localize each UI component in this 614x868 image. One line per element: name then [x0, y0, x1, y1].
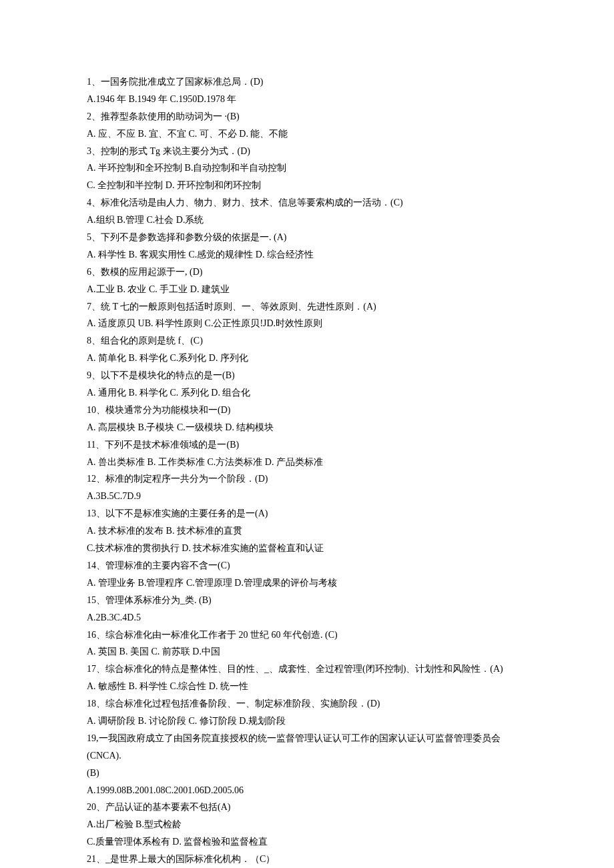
text-line: 4、标准化活动是由人力、物力、财力、技术、信息等要索构成的一活动．(C)	[87, 194, 527, 211]
text-line: 12、标准的制定程序一共分为一个阶段．(D)	[87, 470, 527, 488]
text-line: 14、管理标准的主要内容不含一(C)	[87, 557, 527, 574]
text-line: A. 适度原贝 UB. 科学性原则 C.公正性原贝!JD.时效性原则	[87, 315, 527, 332]
text-line: 19,一我国政府成立了由国务院直接授权的统一监督管理认证认可工作的国家认证认可监…	[87, 730, 527, 765]
text-line: A.1946 年 B.1949 年 C.1950D.1978 年	[87, 91, 527, 108]
text-line: C. 全控制和半控制 D. 开环控制和闭环控制	[87, 177, 527, 194]
text-line: 11、下列不是技术标准领域的是一(B)	[87, 436, 527, 454]
text-line: A. 通用化 B. 科学化 C. 系列化 D. 组合化	[87, 384, 527, 402]
text-line: A.工业 B. 农业 C. 手工业 D. 建筑业	[87, 281, 527, 298]
text-line: 9、以下不是模块化的特点的是一(B)	[87, 367, 527, 384]
text-line: (B)	[87, 765, 527, 782]
text-line: A. 科学性 B. 客观实用性 C.感觉的规律性 D. 综合经济性	[87, 246, 527, 264]
text-line: A. 简单化 B. 科学化 C.系列化 D. 序列化	[87, 350, 527, 367]
text-line: A. 兽出类标准 B. 工作类标准 C.方法类标准 D. 产品类标准	[87, 454, 527, 471]
text-line: A. 调研阶段 B. 讨论阶段 C. 修订阶段 D.规划阶段	[87, 713, 527, 730]
text-line: 7、统 T 七的一般原则包括适时原则、一、等效原则、先进性原则．(A)	[87, 298, 527, 316]
text-line: 13、以下不是标准实施的主要任务的是一(A)	[87, 505, 527, 522]
text-line: A. 敏感性 B. 科学性 C.综合性 D. 统一性	[87, 678, 527, 695]
text-line: A.出厂检验 B.型式检龄	[87, 816, 527, 833]
text-line: 2、推荐型条款使用的助动词为一 ·(B)	[87, 108, 527, 125]
text-line: 18、综合标准化过程包括准备阶段、一、制定标准阶段、实施阶段．(D)	[87, 695, 527, 713]
text-line: A. 高层模块 B.子模块 C.一级模块 D. 结构模块	[87, 419, 527, 436]
text-line: 17、综合标准化的特点是整体性、目的性、_、成套性、全过程管理(闭环控制)、计划…	[87, 661, 527, 678]
text-line: A. 应、不应 B. 宜、不宜 C. 可、不必 D. 能、不能	[87, 125, 527, 143]
text-line: 1、一国务院批准成立了国家标准总局．(D)	[87, 73, 527, 91]
text-line: A.1999.08B.2001.08C.2001.06D.2005.06	[87, 782, 527, 799]
text-line: A.2B.3C.4D.5	[87, 609, 527, 626]
text-line: 15、管理体系标准分为_类. (B)	[87, 592, 527, 609]
text-line: 8、组合化的原则是统 f、(C)	[87, 332, 527, 350]
text-line: A.3B.5C.7D.9	[87, 488, 527, 505]
text-line: A. 管理业务 B.管理程序 C.管理原理 D.管理成果的评价与考核	[87, 574, 527, 592]
text-line: 16、综合标准化由一标准化工作者于 20 世纪 60 年代创造. (C)	[87, 626, 527, 644]
document-page: 1、一国务院批准成立了国家标准总局．(D) A.1946 年 B.1949 年 …	[0, 0, 614, 868]
text-line: C.质量管理体系检有 D. 监督检验和监督检直	[87, 833, 527, 851]
text-line: C.技术标准的贯彻执行 D. 技术标准实施的监督检直和认证	[87, 540, 527, 557]
text-line: 5、下列不是参数选择和参数分级的依据是一. (A)	[87, 229, 527, 246]
text-line: 21、_是世界上最大的国际标准化机构．（C）	[87, 851, 527, 868]
text-line: A. 半环控制和全环控制 B.自动控制和半自动控制	[87, 159, 527, 177]
text-line: 20、产品认证的基本要素不包括(A)	[87, 799, 527, 816]
text-line: 10、模块通常分为功能模块和一(D)	[87, 402, 527, 419]
text-line: A. 英国 B. 美国 C. 前苏联 D.中国	[87, 643, 527, 661]
text-line: 3、控制的形式 Tg 来说主要分为式．(D)	[87, 143, 527, 160]
text-line: A. 技术标准的发布 B. 技术标准的直贯	[87, 522, 527, 540]
text-line: 6、数模的应用起源于一, (D)	[87, 264, 527, 281]
text-line: A.组织 B.管理 C.社会 D.系统	[87, 211, 527, 229]
